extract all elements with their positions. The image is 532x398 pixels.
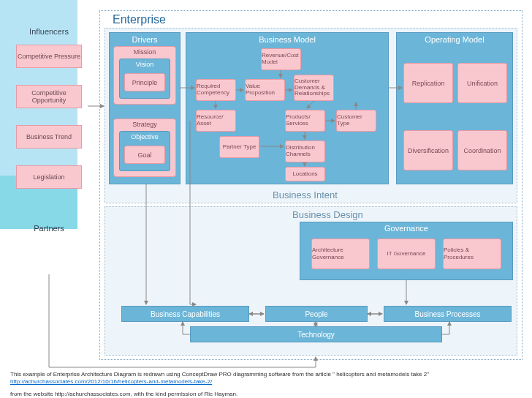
influencers-title: Influencers (13, 27, 85, 36)
governance-title: Governance (303, 224, 510, 233)
drivers-title: Drivers (112, 35, 178, 44)
bar-people: People (265, 306, 368, 322)
bar-capabilities: Business Capabilities (121, 306, 249, 322)
footer-line2: from the website http://achurchassociate… (10, 391, 522, 398)
footer-link[interactable]: http://achurchassociates.com/2012/10/16/… (10, 378, 212, 385)
business-intent-label: Business Intent (273, 189, 338, 200)
vision-title: Vision (121, 61, 168, 68)
principle-box: Principle (124, 73, 165, 91)
bm-required-competency: Required Competency (196, 79, 236, 101)
gov-it: IT Governance (377, 239, 436, 269)
objective-title: Objective (121, 133, 168, 140)
gov-policies: Policies & Procedures (443, 239, 501, 269)
business-design-label: Business Design (292, 209, 363, 220)
bm-customer-demands: Customer Demands & Relationships (294, 75, 334, 101)
om-diversification: Diversification (403, 130, 453, 170)
footer-text-1: This example of Enterprise Architecture … (10, 371, 429, 378)
bm-value-proposition: Value Proposition (245, 79, 285, 101)
om-replication: Replication (403, 63, 453, 103)
bm-customer-type: Customer Type (336, 110, 376, 132)
bm-revenue-cost: Revenue/Cost Model (261, 48, 301, 70)
bm-resource-asset: Resource/ Asset (196, 110, 236, 132)
mission-title: Mission (115, 48, 174, 56)
om-unification: Unification (457, 63, 507, 103)
strategy-title: Strategy (115, 121, 174, 128)
footer-line1: This example of Enterprise Architecture … (10, 371, 522, 386)
bm-products-services: Products/ Services (285, 110, 325, 132)
bar-technology: Technology (190, 326, 442, 342)
influencer-competitive-pressure: Competitive Pressure (16, 45, 82, 68)
goal-box: Goal (124, 146, 165, 164)
enterprise-title: Enterprise (113, 13, 166, 26)
influencer-competitive-opportunity: Competitive Opportunity (16, 85, 82, 108)
operating-model-title: Operating Model (399, 35, 510, 44)
influencer-legislation: Legislation (16, 165, 82, 189)
gov-arch: Architecture Governance (311, 239, 370, 269)
om-coordination: Coordination (457, 130, 507, 170)
business-model-title: Business Model (189, 35, 386, 44)
bm-locations: Locations (285, 167, 325, 181)
bm-distribution-channels: Distribution Channels (285, 140, 325, 162)
influencer-business-trend: Business Trend (16, 125, 82, 149)
partners-title: Partners (13, 224, 85, 233)
bm-partner-type: Partner Type (219, 136, 259, 158)
bar-processes: Business Processes (384, 306, 512, 322)
